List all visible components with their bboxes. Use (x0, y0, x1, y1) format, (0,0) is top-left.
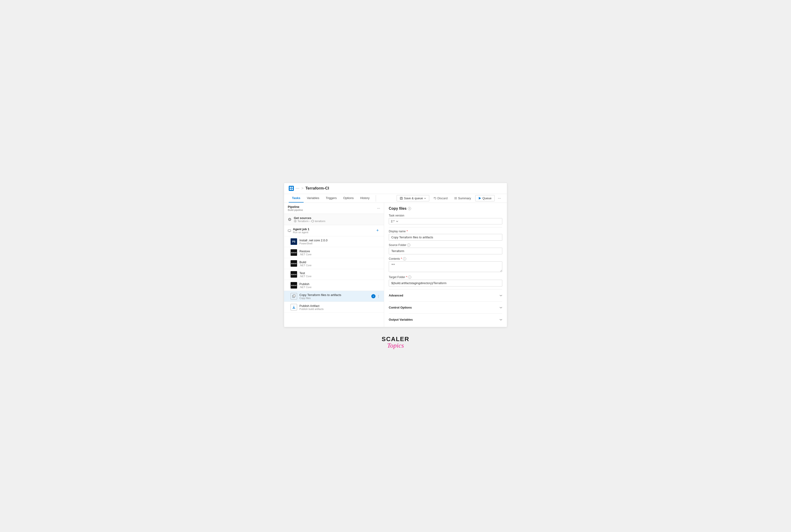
version-chevron-icon (396, 221, 398, 222)
svg-rect-19 (292, 308, 295, 308)
undo-icon (434, 197, 437, 200)
svg-rect-0 (290, 187, 291, 188)
save-icon (400, 197, 403, 200)
target-folder-field: Target Folder * i (389, 276, 502, 286)
queue-button[interactable]: Queue (475, 195, 495, 201)
display-name-input[interactable] (389, 234, 502, 241)
tab-history[interactable]: History (357, 194, 373, 203)
scaler-footer: SCALER Topics (382, 336, 409, 349)
output-variables-label: Output Variables (389, 318, 413, 321)
dotnet-icon-build: dotnet (291, 260, 297, 267)
agent-job-header: Agent job 1 Run on agent + (284, 225, 384, 236)
task-version-field: Task version 2.* (389, 214, 502, 224)
main-card: ··· > Terraform-CI Tasks Variables Trigg… (284, 183, 507, 327)
scaler-topics: Topics (387, 342, 404, 349)
task-item-test[interactable]: dotnet Test .NET Core (284, 269, 384, 280)
left-panel: Pipeline Build pipeline ··· ⚙ Get source… (284, 203, 384, 327)
source-folder-info-icon[interactable]: i (407, 244, 410, 247)
source-folder-field: Source Folder i (389, 244, 502, 254)
source-folder-input[interactable] (389, 248, 502, 254)
task-item-build[interactable]: dotnet Build .NET Core (284, 258, 384, 269)
advanced-label: Advanced (389, 294, 403, 297)
task-check-icon: ✓ (371, 294, 375, 298)
contents-label: Contents * i (389, 257, 502, 261)
summary-button[interactable]: Summary (452, 195, 474, 201)
save-queue-button[interactable]: Save & queue (397, 195, 429, 201)
task-title-info-icon[interactable]: i (408, 207, 411, 210)
discard-button[interactable]: Discard (431, 195, 450, 201)
task-item-restore[interactable]: dotnet Restore .NET Core (284, 247, 384, 258)
chevron-down-icon (424, 197, 426, 200)
breadcrumb-separator: > (301, 186, 303, 190)
toolbar-actions: Save & queue Discard Summary (397, 195, 502, 201)
svg-rect-1 (292, 187, 293, 188)
output-variables-section[interactable]: Output Variables (389, 316, 502, 323)
control-options-chevron-icon (499, 307, 502, 308)
task-version-label: Task version (389, 214, 502, 217)
contents-field: Contents * i ** (389, 257, 502, 273)
svg-marker-10 (479, 197, 481, 200)
output-variables-chevron-icon (499, 319, 502, 321)
contents-required: * (401, 257, 402, 261)
target-folder-info-icon[interactable]: i (408, 276, 411, 279)
pipeline-subtitle: Build pipeline (288, 209, 303, 211)
header-ellipsis[interactable]: ··· (296, 186, 299, 190)
task-item-publish[interactable]: dotnet Publish .NET Core (284, 280, 384, 291)
agent-job-title: Agent job 1 (293, 227, 309, 231)
display-name-label: Display name * (389, 230, 502, 233)
pipeline-more-button[interactable]: ··· (377, 206, 380, 210)
target-folder-required: * (406, 276, 407, 279)
tab-variables[interactable]: Variables (303, 194, 323, 203)
list-icon (454, 197, 457, 200)
control-options-label: Control Options (389, 306, 412, 309)
toolbar-more-button[interactable]: ··· (496, 195, 502, 201)
task-detail-title: Copy files i (389, 207, 502, 211)
tab-tasks[interactable]: Tasks (289, 194, 303, 203)
toolbar: Tasks Variables Triggers Options History… (284, 194, 507, 203)
right-panel: Copy files i Task version 2.* (384, 203, 507, 327)
display-name-required: * (407, 230, 408, 233)
copy-icon (291, 293, 297, 300)
play-icon (478, 197, 481, 200)
dotnet-icon-test: dotnet (291, 271, 297, 278)
svg-rect-6 (400, 198, 402, 199)
agent-job-subtitle: Run on agent (293, 231, 309, 234)
task-item-copy[interactable]: Copy Terraform files to artifacts Copy f… (284, 291, 384, 302)
vcs-icon (294, 220, 297, 223)
toolbar-tabs: Tasks Variables Triggers Options History (289, 194, 373, 203)
task-item-publish-artifact[interactable]: Publish Artifact Publish build artifacts (284, 302, 384, 313)
contents-textarea[interactable]: ** (389, 261, 502, 272)
divider-3 (389, 301, 502, 302)
get-sources-title: Get sources (294, 216, 325, 220)
agent-icon (288, 229, 291, 232)
svg-marker-13 (312, 220, 314, 222)
terraform-icon (311, 220, 314, 223)
content: Pipeline Build pipeline ··· ⚙ Get source… (284, 203, 507, 327)
tab-options[interactable]: Options (340, 194, 357, 203)
display-name-field: Display name * (389, 230, 502, 241)
pipeline-header: Pipeline Build pipeline ··· (284, 203, 384, 214)
svg-rect-14 (288, 230, 291, 232)
get-sources[interactable]: ⚙ Get sources Terraform › terraform (284, 214, 384, 225)
get-sources-breadcrumb: Terraform › terraform (294, 220, 325, 223)
publish-artifact-icon (291, 304, 297, 310)
tab-triggers[interactable]: Triggers (323, 194, 340, 203)
add-task-button[interactable]: + (375, 228, 380, 233)
dotnet-icon-publish: dotnet (291, 282, 297, 288)
svg-rect-5 (401, 197, 402, 198)
task-more-button[interactable]: ⋮ (377, 294, 380, 298)
pipeline-title-label: Pipeline (288, 205, 303, 209)
target-folder-label: Target Folder * i (389, 276, 502, 279)
control-options-section[interactable]: Control Options (389, 304, 502, 311)
get-sources-icon: ⚙ (288, 217, 292, 222)
advanced-section[interactable]: Advanced (389, 292, 502, 299)
advanced-chevron-icon (499, 294, 502, 297)
svg-point-12 (295, 221, 296, 222)
target-folder-input[interactable] (389, 280, 502, 286)
task-item-install[interactable]: PS Install .net core 2.0.0 PowerShell (284, 236, 384, 247)
pipeline-title: Terraform-CI (306, 186, 329, 191)
task-version-select[interactable]: 2.* (389, 218, 502, 224)
svg-rect-3 (292, 189, 293, 190)
svg-rect-2 (290, 189, 291, 190)
contents-info-icon[interactable]: i (403, 257, 406, 261)
